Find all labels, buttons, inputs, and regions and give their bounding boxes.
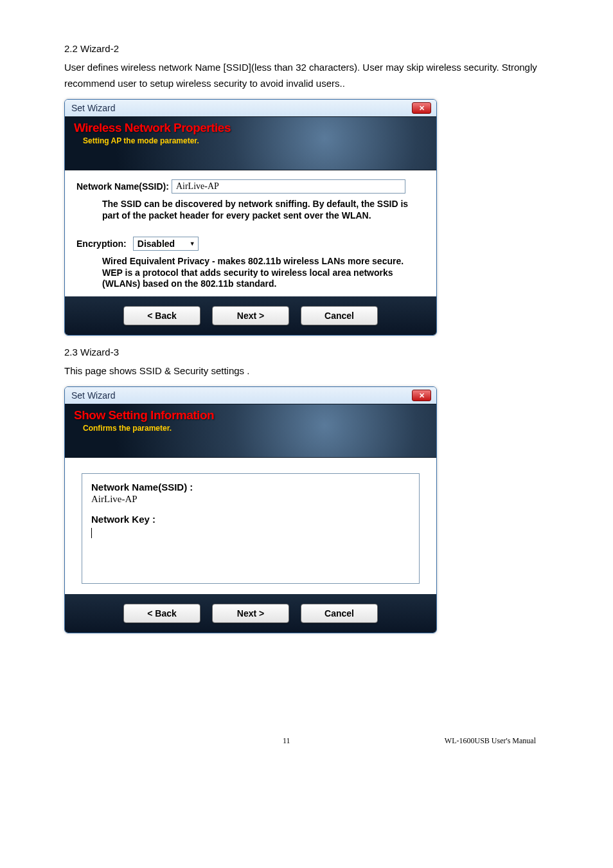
dialog-content: Network Name(SSID) : AirLive-AP Network … bbox=[65, 458, 436, 594]
close-icon: ✕ bbox=[419, 392, 425, 399]
next-button[interactable]: Next > bbox=[212, 306, 289, 325]
ssid-description: The SSID can be discovered by network sn… bbox=[102, 199, 411, 221]
chevron-down-icon: ▼ bbox=[190, 240, 195, 247]
back-button[interactable]: < Back bbox=[123, 604, 200, 623]
cancel-button[interactable]: Cancel bbox=[301, 604, 378, 623]
info-box: Network Name(SSID) : AirLive-AP Network … bbox=[82, 473, 420, 584]
cancel-button[interactable]: Cancel bbox=[301, 306, 378, 325]
banner-title: Show Setting Information bbox=[74, 408, 427, 422]
dialog-content: Network Name(SSID): AirLive-AP The SSID … bbox=[65, 170, 436, 296]
page-footer: 11 WL-1600USB User's Manual bbox=[64, 736, 549, 746]
close-button[interactable]: ✕ bbox=[412, 390, 431, 401]
banner-subtitle: Confirms the parameter. bbox=[83, 424, 427, 433]
window-title: Set Wizard bbox=[71, 390, 115, 401]
doc-reference: WL-1600USB User's Manual bbox=[445, 736, 536, 746]
network-key-label: Network Key : bbox=[91, 514, 410, 525]
banner: Wireless Network Properties Setting AP t… bbox=[65, 116, 436, 170]
banner-subtitle: Setting AP the mode parameter. bbox=[83, 136, 427, 145]
next-button[interactable]: Next > bbox=[212, 604, 289, 623]
banner-title: Wireless Network Properties bbox=[74, 121, 427, 135]
window-title: Set Wizard bbox=[71, 103, 115, 113]
ssid-label: Network Name(SSID) : bbox=[91, 482, 410, 493]
close-icon: ✕ bbox=[419, 105, 425, 112]
page-number: 11 bbox=[283, 736, 290, 746]
encryption-value: Disabled bbox=[138, 239, 175, 249]
network-key-value bbox=[91, 526, 410, 538]
set-wizard-dialog-2: Set Wizard ✕ Show Setting Information Co… bbox=[64, 386, 437, 633]
section-heading-1: 2.2 Wizard-2 bbox=[64, 41, 549, 57]
encryption-description: Wired Equivalent Privacy - makes 802.11b… bbox=[102, 256, 411, 290]
encryption-select[interactable]: Disabled ▼ bbox=[133, 237, 199, 251]
titlebar: Set Wizard ✕ bbox=[65, 387, 436, 404]
section-heading-2: 2.3 Wizard-3 bbox=[64, 345, 549, 361]
titlebar: Set Wizard ✕ bbox=[65, 100, 436, 116]
button-bar: < Back Next > Cancel bbox=[65, 296, 436, 335]
button-bar: < Back Next > Cancel bbox=[65, 594, 436, 633]
section-para-2: This page shows SSID & Security settings… bbox=[64, 363, 549, 379]
set-wizard-dialog-1: Set Wizard ✕ Wireless Network Properties… bbox=[64, 99, 437, 336]
encryption-label: Encryption: bbox=[76, 239, 127, 249]
ssid-value: AirLive-AP bbox=[91, 494, 410, 505]
back-button[interactable]: < Back bbox=[123, 306, 200, 325]
banner: Show Setting Information Confirms the pa… bbox=[65, 404, 436, 458]
section-para-1: User defines wireless network Name [SSID… bbox=[64, 60, 549, 92]
close-button[interactable]: ✕ bbox=[412, 102, 431, 114]
ssid-input[interactable]: AirLive-AP bbox=[172, 179, 405, 194]
ssid-label: Network Name(SSID): bbox=[76, 181, 169, 192]
